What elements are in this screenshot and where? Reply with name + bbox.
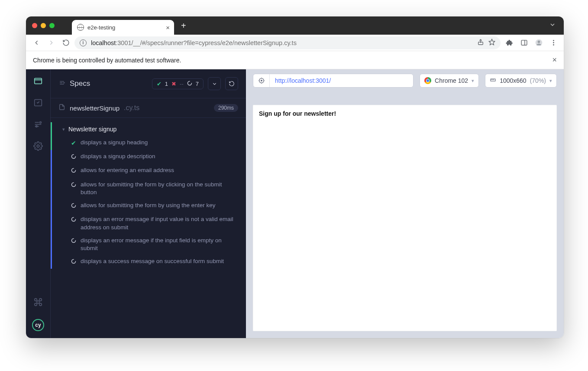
- rail-shortcuts-icon[interactable]: [33, 297, 43, 307]
- spinner-icon: [71, 216, 76, 224]
- tab-strip: e2e-testing × +: [26, 16, 564, 35]
- spinner-icon: [71, 153, 76, 161]
- pending-count: 7: [196, 81, 199, 87]
- aut-heading: Sign up for our newsletter!: [259, 110, 336, 117]
- test-row[interactable]: allows for entering an email address: [51, 164, 246, 178]
- new-tab-button[interactable]: +: [181, 21, 186, 30]
- nav-back-button[interactable]: [30, 37, 42, 49]
- share-icon[interactable]: [477, 39, 484, 47]
- spinner-icon: [71, 202, 76, 210]
- test-row[interactable]: displays a signup description: [51, 150, 246, 164]
- test-row[interactable]: allows for submitting the form by clicki…: [51, 178, 246, 199]
- bookmark-icon[interactable]: [488, 39, 495, 47]
- viewport-selector[interactable]: 1000x660 (70%) ▾: [485, 74, 557, 88]
- test-title: allows for submitting the form by using …: [81, 202, 215, 209]
- automation-banner-text: Chrome is being controlled by automated …: [33, 57, 181, 64]
- test-title: displays a success message on successful…: [81, 257, 224, 265]
- svg-point-5: [537, 41, 540, 43]
- aut-toolbar: http://localhost:3001/ Chrome 102 ▾ 1000…: [246, 69, 564, 92]
- browser-tab[interactable]: e2e-testing ×: [72, 20, 174, 35]
- viewport-dims: 1000x660: [500, 77, 527, 84]
- rail-debug-icon[interactable]: [33, 120, 43, 129]
- fail-icon: ✖: [171, 81, 176, 87]
- url-path: :3001/__/#/specs/runner?file=cypress/e2e…: [116, 39, 297, 46]
- omnibox[interactable]: i localhost:3001/__/#/specs/runner?file=…: [74, 36, 501, 49]
- svg-rect-2: [521, 40, 527, 45]
- svg-point-17: [37, 145, 39, 147]
- expand-button[interactable]: [208, 77, 221, 90]
- spec-duration: 290ms: [214, 104, 238, 112]
- browser-selector[interactable]: Chrome 102 ▾: [420, 74, 479, 88]
- pending-icon: [187, 81, 192, 87]
- spinner-icon: [71, 182, 76, 189]
- svg-rect-9: [35, 78, 42, 84]
- rail-settings-icon[interactable]: [33, 141, 43, 151]
- passed-count: 1: [165, 81, 168, 87]
- site-info-icon[interactable]: i: [80, 39, 87, 46]
- test-row[interactable]: displays a success message on successful…: [51, 255, 246, 269]
- svg-point-8: [553, 44, 554, 46]
- test-stats: ✔ 1 ✖ -- 7: [152, 78, 204, 89]
- specs-panel: Specs ✔ 1 ✖ -- 7: [50, 69, 246, 338]
- nav-forward-button[interactable]: [45, 37, 57, 49]
- test-row[interactable]: ✔displays a signup heading: [51, 136, 246, 150]
- spinner-icon: [71, 258, 76, 266]
- address-bar: i localhost:3001/__/#/specs/runner?file=…: [26, 35, 564, 51]
- tabstrip-menu-icon[interactable]: [549, 21, 556, 30]
- spec-title-row[interactable]: newsletterSignup.cy.ts 290ms: [51, 98, 246, 118]
- specs-header-title: Specs: [70, 79, 148, 88]
- ruler-icon: [490, 77, 496, 85]
- profile-icon[interactable]: [533, 37, 545, 49]
- test-row[interactable]: displays an error message if the input f…: [51, 234, 246, 255]
- kebab-menu-icon[interactable]: [547, 37, 559, 49]
- aut-url-bar: http://localhost:3001/: [253, 74, 414, 88]
- aut-url[interactable]: http://localhost:3001/: [270, 77, 336, 84]
- check-icon: ✔: [71, 140, 76, 147]
- viewport-scale: (70%): [530, 77, 546, 84]
- test-title: displays an error message if the input f…: [81, 237, 238, 252]
- chrome-icon: [424, 77, 431, 84]
- rail-runs-icon[interactable]: [33, 98, 43, 107]
- traffic-lights: [26, 23, 61, 28]
- browser-window: e2e-testing × + i localhost:3001/__/#/sp…: [26, 16, 564, 338]
- chevron-down-icon: ▾: [549, 78, 552, 84]
- spec-ext: .cy.ts: [124, 104, 139, 112]
- nav-reload-button[interactable]: [60, 37, 72, 49]
- suite-row[interactable]: ▾ Newsletter signup: [51, 122, 246, 136]
- collapse-specs-icon[interactable]: [58, 79, 65, 88]
- left-rail: cy: [26, 69, 50, 338]
- url-host: localhost: [91, 39, 116, 46]
- automation-banner-close-icon[interactable]: ×: [552, 55, 557, 65]
- tests-list: ▾ Newsletter signup ✔displays a signup h…: [51, 118, 246, 273]
- window-zoom-button[interactable]: [49, 23, 55, 28]
- check-icon: ✔: [157, 81, 162, 87]
- test-row[interactable]: displays an error message if input value…: [51, 213, 246, 234]
- side-panel-icon[interactable]: [518, 37, 530, 49]
- rail-specs-icon[interactable]: [33, 76, 43, 86]
- failed-count: --: [180, 81, 184, 87]
- svg-point-15: [40, 122, 42, 124]
- window-close-button[interactable]: [32, 23, 37, 28]
- close-tab-icon[interactable]: ×: [166, 24, 170, 31]
- extensions-icon[interactable]: [503, 37, 515, 49]
- file-icon: [58, 104, 65, 112]
- browser-label: Chrome 102: [435, 77, 468, 84]
- url-text: localhost:3001/__/#/specs/runner?file=cy…: [91, 39, 297, 46]
- globe-icon: [77, 24, 84, 31]
- specs-header: Specs ✔ 1 ✖ -- 7: [51, 69, 246, 98]
- test-title: displays a signup description: [81, 153, 155, 160]
- svg-point-7: [553, 42, 554, 43]
- cypress-app: cy Specs ✔ 1 ✖ -- 7: [26, 69, 564, 338]
- svg-point-22: [261, 80, 262, 81]
- chevron-down-icon: ▾: [472, 78, 474, 84]
- rerun-button[interactable]: [225, 77, 238, 90]
- selector-playground-icon[interactable]: [253, 74, 270, 87]
- cypress-logo[interactable]: cy: [32, 319, 44, 331]
- svg-point-6: [553, 40, 554, 41]
- test-row[interactable]: allows for submitting the form by using …: [51, 199, 246, 213]
- window-minimize-button[interactable]: [41, 23, 46, 28]
- spec-name: newsletterSignup: [70, 104, 120, 112]
- spinner-icon: [71, 238, 76, 245]
- spinner-icon: [71, 167, 76, 175]
- aut-frame[interactable]: Sign up for our newsletter!: [253, 105, 557, 331]
